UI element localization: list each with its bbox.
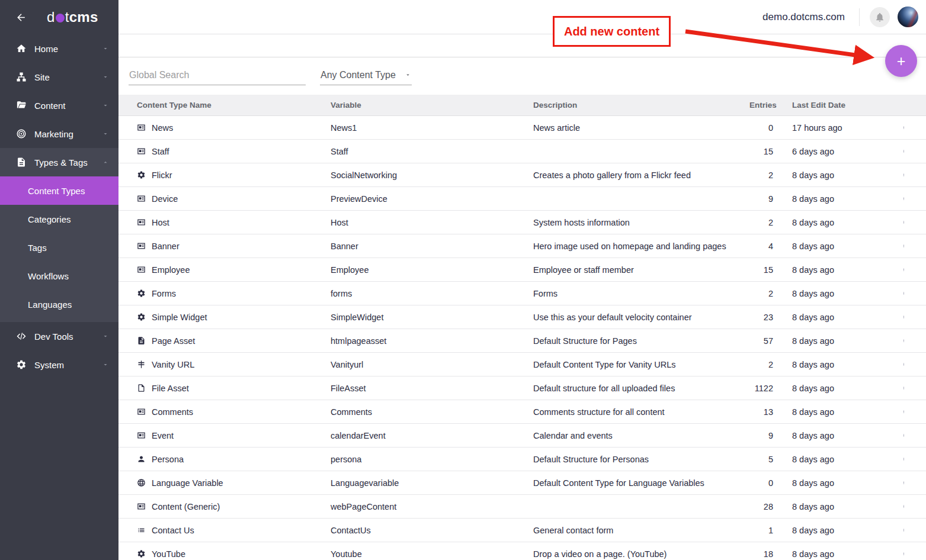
table-row-employee[interactable]: EmployeeEmployeeEmployee or staff member…	[118, 258, 926, 282]
table-row-comments[interactable]: CommentsCommentsComments structure for a…	[118, 400, 926, 424]
table-row-youtube[interactable]: YouTubeYoutubeDrop a video on a page. (Y…	[118, 542, 926, 560]
content-type-description: News article	[533, 123, 749, 133]
gear-icon	[137, 170, 146, 180]
row-actions-menu-button[interactable]	[898, 546, 910, 560]
sidebar-item-types-tags[interactable]: Types & Tags	[0, 148, 118, 176]
notifications-button[interactable]	[870, 7, 890, 27]
column-header-variable[interactable]: Variable	[331, 101, 533, 110]
row-actions-menu-button[interactable]	[898, 428, 910, 443]
row-actions-menu-button[interactable]	[898, 262, 910, 277]
content-type-variable: webPageContent	[331, 502, 533, 511]
gear-icon	[137, 289, 146, 298]
add-content-button[interactable]: +	[885, 45, 917, 77]
column-header-entries[interactable]: Entries	[749, 101, 773, 110]
kebab-icon	[902, 501, 905, 511]
bell-icon	[874, 12, 885, 22]
content-type-description: Creates a photo gallery from a Flickr fe…	[533, 170, 749, 180]
global-search-input[interactable]	[129, 66, 306, 85]
row-actions-menu-button[interactable]	[898, 452, 910, 466]
content-type-entries: 15	[749, 265, 773, 275]
row-actions-menu-button[interactable]	[898, 144, 910, 159]
table-row-event[interactable]: EventcalendarEventCalendar and events98 …	[118, 424, 926, 448]
content-type-variable: PreviewDevice	[331, 194, 533, 204]
sidebar-item-label: Dev Tools	[34, 332, 73, 342]
content-type-last-edit: 8 days ago	[773, 218, 881, 227]
content-type-name: Device	[152, 194, 178, 204]
sidebar-item-categories[interactable]: Categories	[0, 205, 118, 233]
table-row-forms[interactable]: FormsformsForms28 days ago	[118, 282, 926, 305]
home-icon	[15, 43, 27, 54]
newspaper-icon	[137, 407, 146, 417]
table-row-persona[interactable]: PersonapersonaDefault Structure for Pers…	[118, 448, 926, 471]
row-actions-menu-button[interactable]	[898, 357, 910, 372]
content-type-description: System hosts information	[533, 218, 749, 227]
row-actions-menu-button[interactable]	[898, 120, 910, 135]
topbar: demo.dotcms.com	[118, 0, 926, 34]
row-actions-menu-button[interactable]	[898, 381, 910, 395]
row-actions-menu-button[interactable]	[898, 404, 910, 419]
kebab-icon	[902, 478, 905, 488]
row-actions-menu-button[interactable]	[898, 333, 910, 348]
sidebar-item-workflows[interactable]: Workflows	[0, 262, 118, 290]
table-row-flickr[interactable]: FlickrSocialNetworkingCreates a photo ga…	[118, 163, 926, 187]
kebab-icon	[902, 454, 905, 464]
kebab-icon	[902, 336, 905, 346]
filters-bar: Any Content Type	[118, 58, 926, 95]
column-header-description[interactable]: Description	[533, 101, 749, 110]
content-type-filter-dropdown[interactable]: Any Content Type	[320, 66, 412, 85]
sidebar-subitem-label: Categories	[28, 214, 71, 224]
row-actions-menu-button[interactable]	[898, 475, 910, 490]
sidebar-item-label: Content	[34, 101, 66, 111]
row-actions-menu-button[interactable]	[898, 239, 910, 253]
sidebar-item-system[interactable]: System	[0, 350, 118, 379]
sidebar-item-label: Types & Tags	[34, 157, 88, 168]
row-actions-menu-button[interactable]	[898, 523, 910, 538]
sidebar-item-site[interactable]: Site	[0, 63, 118, 91]
arrow-left-icon	[15, 12, 27, 23]
table-row-content-generic[interactable]: Content (Generic)webPageContent288 days …	[118, 495, 926, 519]
kebab-icon	[902, 359, 905, 369]
sidebar-item-dev-tools[interactable]: Dev Tools	[0, 322, 118, 350]
sidebar-item-marketing[interactable]: Marketing	[0, 120, 118, 148]
table-row-file-asset[interactable]: File AssetFileAssetDefault structure for…	[118, 376, 926, 400]
chevron-down-icon	[102, 102, 109, 109]
table-row-contact-us[interactable]: Contact UsContactUsGeneral contact form1…	[118, 519, 926, 542]
column-header-content-type-name[interactable]: Content Type Name	[118, 101, 331, 110]
user-avatar[interactable]	[898, 7, 918, 27]
table-row-page-asset[interactable]: Page AssethtmlpageassetDefault Structure…	[118, 329, 926, 353]
back-button[interactable]	[15, 12, 27, 23]
kebab-icon	[902, 288, 905, 298]
content-type-name: Host	[152, 218, 169, 227]
folder-open-icon	[15, 100, 27, 111]
table-row-vanity-url[interactable]: Vanity URLVanityurlDefault Content Type …	[118, 353, 926, 376]
table-row-host[interactable]: HostHostSystem hosts information28 days …	[118, 211, 926, 234]
row-actions-menu-button[interactable]	[898, 310, 910, 324]
table-row-news[interactable]: NewsNews1News article017 hours ago	[118, 116, 926, 140]
sidebar-item-content[interactable]: Content	[0, 91, 118, 120]
content-type-description: Comments structure for all content	[533, 407, 749, 417]
table-row-banner[interactable]: BannerBannerHero image used on homepage …	[118, 234, 926, 258]
sidebar-item-content-types[interactable]: Content Types	[0, 176, 118, 205]
row-actions-menu-button[interactable]	[898, 499, 910, 514]
content-type-last-edit: 8 days ago	[773, 431, 881, 440]
content-type-variable: Host	[331, 218, 533, 227]
logo-text: t	[65, 9, 69, 25]
content-type-description: General contact form	[533, 526, 749, 535]
content-type-last-edit: 8 days ago	[773, 502, 881, 511]
content-type-entries: 9	[749, 194, 773, 204]
sidebar-item-label: Home	[34, 44, 58, 54]
table-row-simple-widget[interactable]: Simple WidgetSimpleWidgetUse this as you…	[118, 305, 926, 329]
row-actions-menu-button[interactable]	[898, 215, 910, 230]
row-actions-menu-button[interactable]	[898, 191, 910, 206]
table-row-language-variable[interactable]: Language VariableLanguagevariableDefault…	[118, 471, 926, 495]
table-row-staff[interactable]: StaffStaff156 days ago	[118, 140, 926, 163]
column-header-last-edit-date[interactable]: Last Edit Date	[773, 101, 881, 110]
sidebar-item-languages[interactable]: Languages	[0, 290, 118, 318]
sidebar-item-home[interactable]: Home	[0, 34, 118, 63]
kebab-icon	[902, 430, 905, 440]
table-row-device[interactable]: DevicePreviewDevice98 days ago	[118, 187, 926, 211]
content-type-last-edit: 8 days ago	[773, 170, 881, 180]
sidebar-item-tags[interactable]: Tags	[0, 233, 118, 262]
row-actions-menu-button[interactable]	[898, 168, 910, 182]
row-actions-menu-button[interactable]	[898, 286, 910, 301]
